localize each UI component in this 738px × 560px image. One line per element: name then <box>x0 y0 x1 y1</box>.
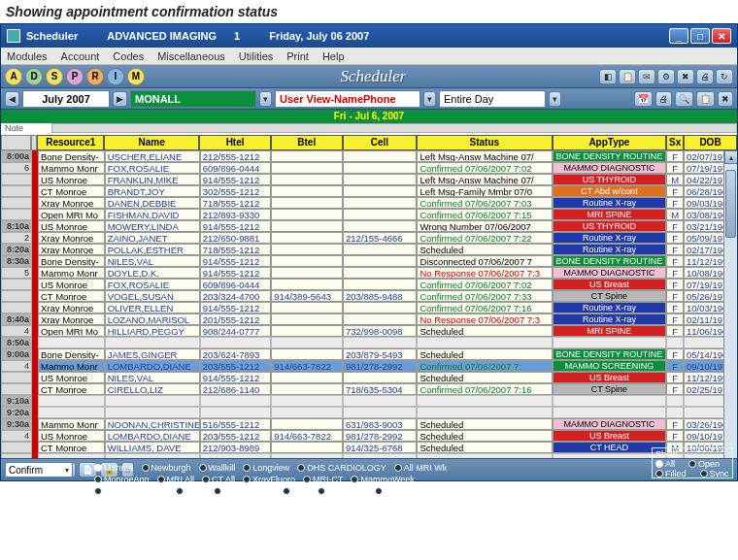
appointment-row[interactable]: Xray MonroeZAINO,JANET212/650-9881212/15… <box>38 232 737 244</box>
menu-account[interactable]: Account <box>61 50 100 62</box>
note-field[interactable] <box>51 123 737 133</box>
appointment-row[interactable]: CT MonroeCIRELLO,LIZ212/686-1140718/635-… <box>38 383 737 395</box>
appointment-row[interactable]: Open MRI MoHILLIARD,PEGGY908/244-0777732… <box>38 325 737 337</box>
tool-cal[interactable]: 📅 <box>634 91 653 107</box>
close-button[interactable]: ✕ <box>712 28 731 44</box>
radio-newburgh[interactable]: Newburgh <box>142 463 191 473</box>
appointment-row[interactable]: Mammo MonrDOYLE,D.K.914/555-1212No Respo… <box>38 267 737 279</box>
radio-mammoweek[interactable]: MammoWeek <box>351 475 414 484</box>
menu-codes[interactable]: Codes <box>113 50 144 62</box>
rib-btn-3[interactable]: ✉ <box>638 69 655 84</box>
appointment-row[interactable]: Mammo MonrFOX,ROSALIE609/896-0444Confirm… <box>38 162 737 174</box>
menu-miscellaneous[interactable]: Miscellaneous <box>157 50 225 62</box>
radio-monroeapp[interactable]: MonroeApp <box>94 475 150 484</box>
badge-S[interactable]: S <box>46 68 63 85</box>
appointment-row[interactable]: US MonroeNILES,VAL914/555-1212ScheduledU… <box>38 372 737 383</box>
title-date: Friday, July 06 2007 <box>269 30 369 42</box>
appointment-row[interactable]: Bone Density-NILES,VAL914/555-1212Discon… <box>38 255 737 267</box>
badge-P[interactable]: P <box>66 68 84 85</box>
tool-del[interactable]: ✖ <box>718 91 733 107</box>
appointment-row[interactable]: Bone Density-USCHER,ELIANE212/555-1212Le… <box>38 150 737 162</box>
appointment-row[interactable]: Xray MonroeOLIVER,ELLEN914/555-1212Confi… <box>38 302 737 313</box>
menu-modules[interactable]: Modules <box>7 50 48 62</box>
appointment-row[interactable]: US MonroeLOMBARDO,DIANE203/555-1212914/6… <box>38 430 737 442</box>
hdr-htel[interactable]: Htel <box>199 135 271 150</box>
rib-btn-4[interactable]: ⚙ <box>657 69 675 84</box>
appointment-row[interactable]: CT MonroeBRANDT,JOY302/555-1212Left Msg-… <box>38 185 737 197</box>
month-field[interactable]: July 2007 <box>22 90 110 108</box>
radio-dhs-cardiology[interactable]: DHS CARDIOLOGY <box>297 463 386 473</box>
radio-auth[interactable]: Auth <box>283 486 311 496</box>
month-next[interactable]: ▶ <box>113 91 127 107</box>
badge-R[interactable]: R <box>86 68 104 85</box>
hdr-apptype[interactable]: AppType <box>553 135 667 150</box>
badge-M[interactable]: M <box>127 68 145 85</box>
show-sync[interactable]: Sync <box>700 469 729 478</box>
appointment-row[interactable]: Xray MonroeLOZANO,MARISOL201/555-1212No … <box>38 313 737 325</box>
rib-btn-2[interactable]: 📋 <box>619 69 636 84</box>
tool-copy[interactable]: 📋 <box>696 91 715 107</box>
minimize-button[interactable]: _ <box>669 28 688 44</box>
view3-dd[interactable]: ▾ <box>549 91 561 107</box>
hdr-cell[interactable]: Cell <box>343 135 418 150</box>
appointment-row[interactable]: Open MRI MoFISHMAN,DAVID212/893-9330Conf… <box>38 209 737 220</box>
appointment-row[interactable]: US MonroeMOWERY,LINDA914/555-1212Wrong N… <box>38 220 737 232</box>
appointment-row[interactable]: Mammo MonrLOMBARDO,DIANE203/555-1212914/… <box>38 360 737 372</box>
show-filled[interactable]: Filled <box>655 469 687 478</box>
appointment-row[interactable]: CT MonroeVOGEL,SUSAN203/324-4700914/389-… <box>38 290 737 302</box>
month-prev[interactable]: ◀ <box>5 91 19 107</box>
view-select-1[interactable]: MONALL <box>130 90 256 108</box>
appointment-grid[interactable]: Bone Density-USCHER,ELIANE212/555-1212Le… <box>32 150 737 465</box>
view-select-3[interactable]: Entire Day <box>439 90 546 108</box>
appointment-row[interactable]: Mammo MonrNOONAN,CHRISTINE516/555-121263… <box>38 418 737 430</box>
grid-body: 8:00a68:10a28:20a8:30a58:40a48:50a9:00a4… <box>1 150 737 480</box>
view1-dd[interactable]: ▾ <box>259 91 272 107</box>
rib-btn-1[interactable]: ◧ <box>599 69 617 84</box>
radio-monroe[interactable]: Monroe <box>94 463 134 473</box>
radio-longview[interactable]: Longview <box>243 463 289 473</box>
show-open[interactable]: Open <box>688 459 720 469</box>
badge-D[interactable]: D <box>25 68 43 85</box>
appointment-row[interactable]: CT MonroeWILLIAMS, DAVE212/903-8989914/3… <box>38 442 737 453</box>
rib-btn-6[interactable]: 🖨 <box>696 69 714 84</box>
tool-find[interactable]: 🔍 <box>675 91 693 107</box>
appointment-row[interactable]: Xray MonroePOLLAK,ESTHER718/555-1212Sche… <box>38 244 737 255</box>
radio-xrayfluoro[interactable]: XrayFluoro <box>243 475 295 484</box>
appointment-row[interactable]: US MonroeFRANKLIN,MIKE914/555-1212Left M… <box>38 174 737 185</box>
appointment-row[interactable]: Bone Density-JAMES,GINGER203/624-7893203… <box>38 348 737 360</box>
hdr-dob[interactable]: DOB <box>684 135 737 150</box>
radio-newburgh[interactable]: Newburgh <box>318 486 367 496</box>
radio-mri-ct[interactable]: MRI-CT <box>303 475 344 484</box>
confirm-select[interactable]: Confirm <box>5 462 73 478</box>
hdr-resource[interactable]: Resource1 <box>37 135 104 150</box>
vertical-scrollbar[interactable]: ▴ ▾ <box>723 150 737 480</box>
radio-mud[interactable]: MUD <box>176 486 206 496</box>
tool-print[interactable]: 🖨 <box>655 91 672 107</box>
show-all[interactable]: All <box>655 459 675 469</box>
radio-sync[interactable]: Sync <box>375 486 404 496</box>
badge-I[interactable]: I <box>107 68 124 85</box>
radio-mri-all[interactable]: MRI All <box>157 475 195 484</box>
hdr-btel[interactable]: Btel <box>271 135 343 150</box>
hdr-name[interactable]: Name <box>104 135 199 150</box>
scroll-thumb[interactable] <box>725 170 736 238</box>
appointment-row[interactable]: US MonroeFOX,ROSALIE609/896-0444Confirme… <box>38 279 737 290</box>
hdr-sx[interactable]: Sx <box>666 135 684 150</box>
rib-btn-5[interactable]: ✖ <box>677 69 694 84</box>
radio-ct-all[interactable]: CT All <box>202 475 235 484</box>
maximize-button[interactable]: □ <box>690 28 710 44</box>
radio-monroeweek[interactable]: MonroeWeek <box>214 486 275 496</box>
menu-utilities[interactable]: Utilities <box>239 50 273 62</box>
menu-print[interactable]: Print <box>286 50 309 62</box>
radio-all-mri-wk[interactable]: All MRI Wk <box>394 463 448 473</box>
view2-dd[interactable]: ▾ <box>423 91 436 107</box>
menu-help[interactable]: Help <box>322 50 345 62</box>
view-select-2[interactable]: User View-NamePhone <box>275 90 420 108</box>
hdr-status[interactable]: Status <box>417 135 552 150</box>
radio-monroeappcode[interactable]: MonroeAppcode <box>94 486 168 496</box>
rib-btn-7[interactable]: ↻ <box>716 69 733 84</box>
appointment-row[interactable]: Xray MonroeDANEN,DEBBIE718/555-1212Confi… <box>38 197 737 209</box>
radio-wallkill[interactable]: Wallkill <box>199 463 236 473</box>
badge-A[interactable]: A <box>5 68 22 85</box>
scroll-up[interactable]: ▴ <box>724 150 737 164</box>
